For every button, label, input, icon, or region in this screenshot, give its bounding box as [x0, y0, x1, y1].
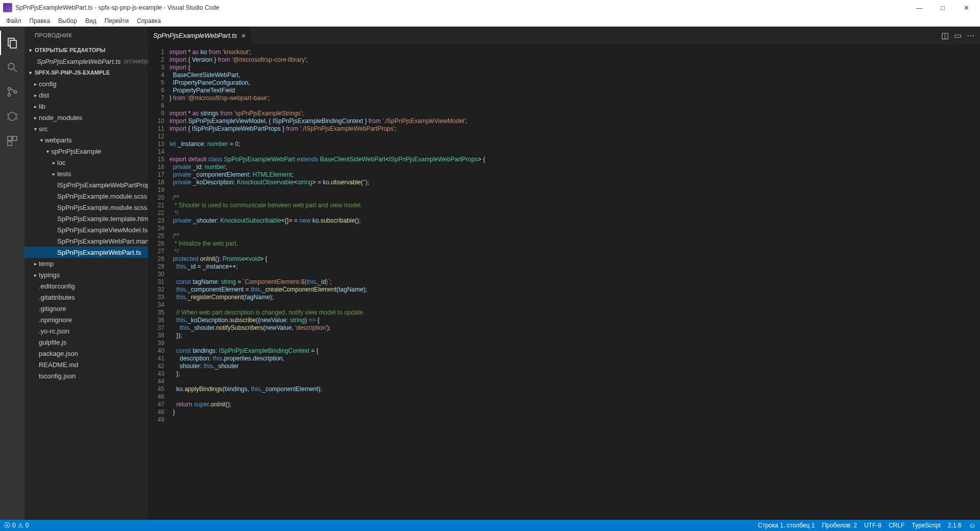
menu-go[interactable]: Перейти: [101, 15, 133, 27]
activity-extensions-icon[interactable]: [0, 129, 24, 153]
split-editor-icon[interactable]: ◫: [941, 31, 949, 40]
tree-file[interactable]: .editorconfig: [24, 280, 148, 292]
status-linecol[interactable]: Строка 1, столбец 1: [758, 520, 815, 531]
tab-label: SpPnPjsExampleWebPart.ts: [153, 32, 237, 39]
menu-file[interactable]: Файл: [2, 15, 26, 27]
svg-point-7: [8, 112, 16, 120]
vscode-logo-icon: [3, 3, 12, 12]
window-title: SpPnPjsExampleWebPart.ts - spfx-sp-pnp-j…: [15, 4, 908, 11]
open-editor-item[interactable]: SpPnPjsExampleWebPart.ts src\webparts\sp…: [24, 56, 148, 67]
tree-item-label: .gitattributes: [39, 294, 75, 301]
tree-folder[interactable]: ▸typings: [24, 269, 148, 280]
file-tree: ▸config▸dist▸lib▸node_modules▾src▾webpar…: [24, 78, 148, 381]
tree-item-label: SpPnPjsExampleWebPart.ts: [57, 249, 141, 256]
tree-folder[interactable]: ▸loc: [24, 157, 148, 168]
tree-folder[interactable]: ▸config: [24, 78, 148, 89]
status-errors[interactable]: ⓧ0 ⚠0: [4, 520, 29, 531]
menu-edit[interactable]: Правка: [26, 15, 55, 27]
tree-item-label: spPnPjsExample: [51, 148, 101, 155]
tree-item-label: loc: [57, 159, 66, 166]
tree-file[interactable]: .gitignore: [24, 303, 148, 314]
tree-item-label: SpPnPjsExample.module.scss: [57, 192, 147, 200]
chevron-icon: ▸: [50, 160, 57, 165]
warning-icon: ⚠: [18, 522, 23, 529]
tree-item-label: config: [39, 80, 57, 88]
tree-file[interactable]: tsconfig.json: [24, 370, 148, 381]
tree-folder[interactable]: ▾webparts: [24, 134, 148, 146]
tree-file[interactable]: SpPnPjsExampleWebPart.ts: [24, 247, 148, 258]
tree-item-label: typings: [39, 271, 60, 279]
tree-item-label: tests: [57, 170, 71, 178]
tree-folder[interactable]: ▸tests: [24, 168, 148, 179]
tree-item-label: SpPnPjsExampleWebPart.manifest.json: [57, 237, 148, 245]
tree-file[interactable]: SpPnPjsExample.module.scss: [24, 190, 148, 202]
tree-item-label: .gitignore: [39, 305, 66, 312]
tree-item-label: lib: [39, 103, 45, 110]
svg-point-5: [8, 94, 11, 96]
tree-folder[interactable]: ▸node_modules: [24, 112, 148, 123]
tree-file[interactable]: SpPnPjsExample.module.scss.ts: [24, 202, 148, 213]
menu-view[interactable]: Вид: [81, 15, 101, 27]
activity-explorer-icon[interactable]: [0, 31, 24, 55]
tree-file[interactable]: README.md: [24, 359, 148, 370]
menubar: Файл Правка Выбор Вид Перейти Справка: [0, 15, 980, 27]
chevron-icon: ▸: [32, 81, 39, 87]
close-button[interactable]: ✕: [954, 0, 978, 15]
tree-file[interactable]: SpPnPjsExampleViewModel.ts: [24, 224, 148, 235]
tree-file[interactable]: SpPnPjsExample.template.html: [24, 213, 148, 224]
svg-rect-15: [8, 141, 12, 146]
svg-line-10: [16, 113, 17, 114]
toggle-layout-icon[interactable]: ▭: [954, 31, 962, 40]
editor-body[interactable]: 1234567891011121314151617181920212223242…: [148, 44, 980, 520]
tree-file[interactable]: .yo-rc.json: [24, 325, 148, 336]
chevron-icon: ▸: [32, 272, 39, 278]
maximize-button[interactable]: □: [931, 0, 954, 15]
more-actions-icon[interactable]: ⋯: [967, 31, 975, 40]
svg-line-12: [16, 118, 17, 119]
statusbar: ⓧ0 ⚠0 Строка 1, столбец 1 Пробелов: 2 UT…: [0, 520, 980, 531]
tree-file[interactable]: gulpfile.js: [24, 336, 148, 348]
status-language[interactable]: TypeScript: [912, 520, 941, 531]
status-indent[interactable]: Пробелов: 2: [822, 520, 857, 531]
tree-file[interactable]: package.json: [24, 348, 148, 359]
feedback-icon[interactable]: ☺: [969, 520, 976, 531]
tree-item-label: README.md: [39, 361, 78, 369]
svg-point-2: [8, 63, 14, 69]
tree-folder[interactable]: ▸lib: [24, 101, 148, 112]
menu-help[interactable]: Справка: [133, 15, 165, 27]
tree-item-label: node_modules: [39, 114, 82, 122]
svg-line-3: [14, 69, 17, 72]
status-eol[interactable]: CRLF: [889, 520, 904, 531]
tab-current[interactable]: SpPnPjsExampleWebPart.ts ×: [148, 27, 251, 44]
chevron-icon: ▾: [32, 126, 39, 132]
svg-line-11: [7, 118, 8, 119]
tree-item-label: .editorconfig: [39, 282, 75, 290]
activity-debug-icon[interactable]: [0, 104, 24, 129]
tree-file[interactable]: SpPnPjsExampleWebPart.manifest.json: [24, 235, 148, 247]
tab-actions: ◫ ▭ ⋯: [936, 27, 980, 44]
titlebar: SpPnPjsExampleWebPart.ts - spfx-sp-pnp-j…: [0, 0, 980, 15]
tree-file[interactable]: ISpPnPjsExampleWebPartProps.ts: [24, 179, 148, 190]
tree-folder[interactable]: ▸dist: [24, 89, 148, 101]
activity-search-icon[interactable]: [0, 55, 24, 80]
status-version[interactable]: 2.1.6: [948, 520, 962, 531]
tree-folder[interactable]: ▸temp: [24, 258, 148, 269]
menu-selection[interactable]: Выбор: [54, 15, 81, 27]
tab-close-icon[interactable]: ×: [241, 32, 246, 39]
line-number-gutter: 1234567891011121314151617181920212223242…: [148, 44, 169, 520]
tree-file[interactable]: .gitattributes: [24, 292, 148, 303]
code-content[interactable]: import * as ko from 'knockout';import { …: [169, 44, 934, 520]
tree-item-label: SpPnPjsExample.module.scss.ts: [57, 204, 148, 211]
folder-header[interactable]: ▾SPFX-SP-PNP-JS-EXAMPLE: [24, 67, 148, 78]
open-editors-header[interactable]: ▾ОТКРЫТЫЕ РЕДАКТОРЫ: [24, 44, 148, 56]
minimize-button[interactable]: —: [908, 0, 931, 15]
tree-folder[interactable]: ▾spPnPjsExample: [24, 146, 148, 157]
tree-folder[interactable]: ▾src: [24, 123, 148, 134]
chevron-icon: ▸: [32, 104, 39, 109]
chevron-icon: ▸: [50, 171, 57, 177]
tree-file[interactable]: .npmignore: [24, 314, 148, 325]
minimap[interactable]: [934, 44, 980, 520]
tree-item-label: .yo-rc.json: [39, 327, 69, 335]
status-encoding[interactable]: UTF-8: [864, 520, 881, 531]
activity-scm-icon[interactable]: [0, 80, 24, 104]
